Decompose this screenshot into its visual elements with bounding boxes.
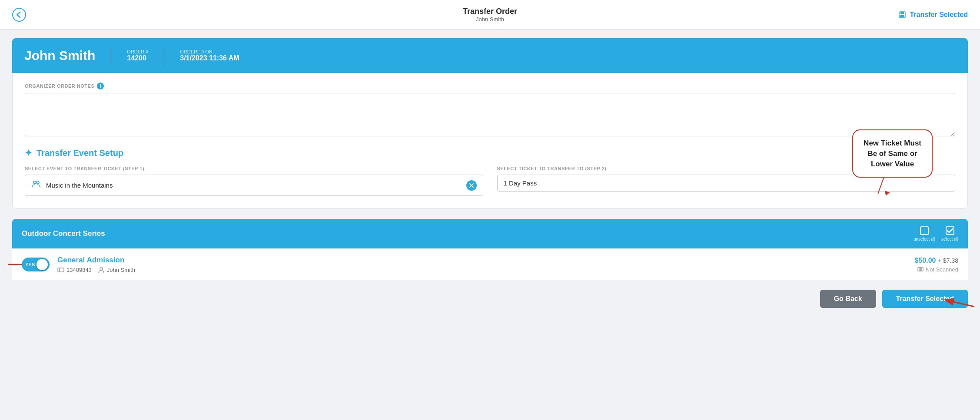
ticket-section-actions: unselect all select all [914,226,958,241]
ordered-on-label: Ordered On [180,49,239,54]
speech-bubble-line2: Be of Same or [867,149,917,158]
attendee-icon [98,266,105,273]
step1-select[interactable]: Music in the Mountains [25,175,483,196]
speech-bubble-line3: Lower Value [871,160,914,168]
back-button[interactable] [12,8,26,22]
divider2 [164,46,164,65]
ticket-id-item: 13409843 [57,266,92,273]
ticket-section-title: Outdoor Concert Series [22,229,105,238]
order-header: John Smith Order # 14200 Ordered On 3/1/… [12,38,968,73]
bottom-actions: Go Back Transfer Selected [12,280,968,317]
svg-rect-2 [900,12,904,14]
ticket-price: $50.00 + $7.38 [915,257,959,265]
toggle-wrapper: YES [22,258,50,271]
select-all-button[interactable]: select all [941,226,958,241]
unselect-all-label: unselect all [914,237,935,241]
yes-toggle[interactable]: YES [22,258,50,271]
ticket-price-area: $50.00 + $7.38 Not Scanned [915,257,959,273]
info-icon[interactable]: i [97,83,104,89]
ticket-attendee-item: John Smith [98,266,135,273]
svg-point-11 [100,268,103,270]
svg-point-0 [13,8,26,21]
ticket-attendee: John Smith [107,267,135,273]
order-number-meta: Order # 14200 [127,49,148,62]
ticket-id-icon [57,266,64,273]
step2-value: 1 Day Pass [504,179,537,187]
speech-bubble-wrapper: New Ticket Must Be of Same or Lower Valu… [852,129,933,178]
svg-point-5 [37,181,39,184]
unselect-all-button[interactable]: unselect all [914,226,935,241]
ticket-section: Outdoor Concert Series unselect all sele… [12,219,968,280]
select-all-label: select all [941,237,958,241]
nav-center: Transfer Order John Smith [463,7,517,23]
scan-icon [917,266,924,272]
ticket-price-amount: $50.00 [915,257,936,264]
main-content: John Smith Order # 14200 Ordered On 3/1/… [0,30,980,326]
order-number-label: Order # [127,49,148,54]
order-number-value: 14200 [127,54,148,62]
ticket-price-fee: + $7.38 [938,257,958,264]
ordered-on-value: 3/1/2023 11:36 AM [180,54,239,62]
svg-point-4 [33,181,36,184]
go-back-button[interactable]: Go Back [820,290,876,308]
setup-icon: ✦ [25,148,32,158]
speech-bubble-line1: New Ticket Must [864,139,921,147]
page-subtitle: John Smith [463,16,517,23]
customer-name: John Smith [24,48,95,63]
organizer-notes-textarea[interactable] [25,93,955,136]
divider [111,46,111,65]
transfer-selected-top-label: Transfer Selected [910,11,968,19]
ticket-id: 13409843 [66,267,92,273]
step1-clear-button[interactable] [466,180,477,191]
page-title: Transfer Order [463,7,517,16]
top-nav: Transfer Order John Smith Transfer Selec… [0,0,980,30]
ticket-section-header: Outdoor Concert Series unselect all sele… [12,219,968,248]
setup-heading-text: Transfer Event Setup [37,148,123,158]
scan-status-text: Not Scanned [926,266,958,273]
step1-value: Music in the Mountains [46,182,466,189]
ticket-name: General Admission [57,256,907,265]
step1-field: SELECT EVENT TO TRANSFER TICKET (STEP 1)… [25,166,483,196]
save-icon [898,10,907,19]
svg-rect-6 [920,227,928,235]
people-icon [31,179,41,191]
ticket-info: General Admission 13409843 [57,256,907,273]
ordered-on-meta: Ordered On 3/1/2023 11:36 AM [180,49,239,62]
ticket-row: YES General Admission 13409843 [12,248,968,280]
svg-line-16 [946,300,974,307]
step1-label: SELECT EVENT TO TRANSFER TICKET (STEP 1) [25,166,483,171]
toggle-label: YES [25,262,35,267]
svg-rect-3 [900,15,904,17]
ticket-meta: 13409843 John Smith [57,266,907,273]
transfer-setup-heading: ✦ Transfer Event Setup [25,148,955,158]
svg-rect-9 [58,268,64,272]
ticket-scan-status: Not Scanned [915,266,959,273]
organizer-notes-label: ORGANIZER ORDER NOTES i [25,83,955,89]
transfer-selected-top-button[interactable]: Transfer Selected [898,10,968,19]
arrow-to-transfer-btn [942,291,977,309]
speech-bubble: New Ticket Must Be of Same or Lower Valu… [852,129,933,178]
setup-row: SELECT EVENT TO TRANSFER TICKET (STEP 1)… [25,166,955,196]
toggle-knob [37,259,48,270]
card-body: New Ticket Must Be of Same or Lower Valu… [12,73,968,208]
